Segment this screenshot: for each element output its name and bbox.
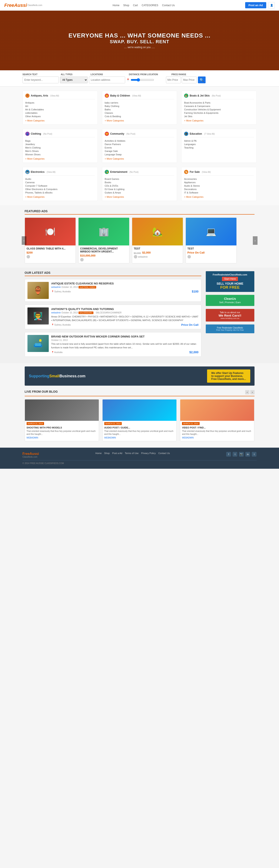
- sidebar-banner-cars[interactable]: Talk to us about our We Rent Cars!! www.…: [206, 309, 254, 322]
- nav-categories[interactable]: CATEGORIES: [142, 4, 158, 7]
- cat-electronics-more[interactable]: + More Categories: [25, 195, 95, 198]
- facebook-icon[interactable]: f: [226, 452, 231, 457]
- cat-item[interactable]: Baby Clothing: [105, 105, 119, 107]
- cat-item[interactable]: Caravans & Campervans: [184, 105, 210, 107]
- cat-item[interactable]: Appliances: [184, 181, 196, 184]
- nav-contact[interactable]: Contact Us: [162, 4, 175, 7]
- search-max-price[interactable]: [182, 76, 197, 83]
- sidebar-banner-clean[interactable]: CleanUs Sell | Promote | Earn: [206, 294, 254, 306]
- cat-item[interactable]: Activities & Hobbies: [105, 140, 125, 142]
- cat-item[interactable]: Garage Sale: [105, 150, 118, 152]
- cat-item[interactable]: Women Shoes: [25, 153, 41, 156]
- footer-link[interactable]: Privacy Policy: [141, 452, 155, 455]
- featured-card[interactable]: 🏡 TEST $3,000 $2,000 webadmin: [132, 218, 183, 264]
- instagram-icon[interactable]: 📷: [239, 452, 244, 457]
- blog-title: LIVE FROM OUR BLOG: [25, 390, 58, 395]
- search-min-price[interactable]: [166, 76, 181, 83]
- blog-read-more-link[interactable]: WEBADMIN: [104, 437, 175, 439]
- cat-item[interactable]: Guitars & Amps: [105, 191, 121, 194]
- footer-link[interactable]: Post a Ad: [112, 452, 122, 455]
- blog-read-more-link[interactable]: WEBADMIN: [182, 437, 252, 439]
- footer-link[interactable]: Contact Us: [158, 452, 170, 455]
- hero-content: EVERYONE HAS ... WHAT SOMEONE NEEDS ... …: [69, 32, 211, 49]
- sidebar-banner-free[interactable]: FreeRealestateClassifieds.com Start Here…: [206, 271, 254, 292]
- linkedin-icon[interactable]: in: [245, 452, 250, 457]
- footer-link[interactable]: Home: [95, 452, 102, 455]
- cat-item[interactable]: IT & Software: [184, 191, 198, 194]
- cat-item[interactable]: Art: [25, 105, 28, 107]
- cat-item[interactable]: Bags: [25, 140, 31, 142]
- blog-read-more-link[interactable]: WEBADMIN: [27, 437, 97, 439]
- cat-item[interactable]: Baths: [105, 108, 111, 111]
- cat-item[interactable]: Books: [105, 181, 111, 184]
- user-icon[interactable]: 👤: [268, 2, 275, 8]
- footer-link[interactable]: Shop: [104, 452, 110, 455]
- cat-item[interactable]: Computer 7 Software: [25, 185, 47, 187]
- cat-item[interactable]: Other Electronics & Computers: [25, 188, 58, 190]
- featured-card[interactable]: 🍽️ GLASS DINING TABLE WITH 4... $200: [25, 218, 76, 264]
- cat-item[interactable]: Other Antiques: [25, 115, 41, 118]
- ad-price-call: Price On Call: [181, 323, 199, 327]
- twitter-icon[interactable]: t: [233, 452, 237, 457]
- search-distance-slider[interactable]: [131, 78, 154, 82]
- cat-item[interactable]: Cameras: [25, 181, 35, 184]
- ad-user-link[interactable]: webadmin: [51, 286, 61, 288]
- search-location-input[interactable]: [89, 76, 125, 83]
- nav-cart[interactable]: Cart: [133, 4, 138, 7]
- cat-clothing-more[interactable]: + More Categories: [25, 157, 95, 160]
- featured-card[interactable]: 🏢 COMMERCIAL DEVELOPMENT MIRBOO NORTH UR…: [78, 218, 129, 264]
- cat-item[interactable]: Language Swap: [105, 153, 122, 156]
- cat-item[interactable]: Jet Skis: [184, 115, 193, 118]
- cat-item[interactable]: Antiques: [25, 101, 34, 104]
- cat-item[interactable]: Farming Vechicles & Equipments: [184, 112, 218, 114]
- cat-item[interactable]: Teaching: [184, 146, 194, 149]
- cat-community-more[interactable]: + More Categories: [105, 157, 174, 160]
- tumblr-icon[interactable]: t: [252, 452, 256, 457]
- cat-item[interactable]: Events: [105, 146, 112, 149]
- slider-prev-button[interactable]: ‹: [22, 236, 26, 245]
- footer-link[interactable]: Terms of Use: [125, 452, 139, 455]
- cat-boats-more[interactable]: + More Categories: [184, 119, 254, 122]
- cat-item[interactable]: Construction Vehicles & Equipment: [184, 108, 221, 111]
- search-button[interactable]: 🔍: [198, 76, 206, 83]
- category-electronics: 💻 Electronics (View All) Audio Cameras C…: [23, 167, 98, 201]
- cat-item[interactable]: baby carriers: [105, 101, 118, 104]
- cat-item[interactable]: Audio: [25, 178, 31, 180]
- search-type-select[interactable]: All Types: [60, 76, 88, 83]
- post-ad-button[interactable]: Post an Ad: [245, 2, 266, 8]
- cat-item[interactable]: CDs & DVDs: [105, 185, 118, 187]
- cat-item[interactable]: Dance Partners: [105, 143, 121, 146]
- cat-item[interactable]: collectables: [25, 112, 37, 114]
- cat-forsale-more[interactable]: + More Categories: [184, 195, 254, 198]
- cat-item[interactable]: Board Games: [105, 178, 119, 180]
- cat-item[interactable]: Admin & PA: [184, 140, 197, 142]
- cat-item[interactable]: Cots & Bedding: [105, 115, 121, 118]
- clean-tagline: Sell | Promote | Earn: [219, 301, 241, 304]
- cat-item[interactable]: Jewellery: [25, 143, 35, 146]
- featured-card[interactable]: 💻 TEST Price On Call: [185, 218, 237, 264]
- cat-baby-more[interactable]: + More Categories: [105, 119, 174, 122]
- cat-item[interactable]: Men's Clothing: [25, 146, 41, 149]
- cat-item[interactable]: Decorations: [184, 188, 197, 190]
- cat-item[interactable]: Boat Accessories & Parts: [184, 101, 210, 104]
- cat-item[interactable]: Men's Shoes: [25, 150, 39, 152]
- featured-card-old-price: $3,000: [134, 252, 141, 254]
- cat-item[interactable]: DJ Gear & Lighting: [105, 188, 125, 190]
- slider-next-button[interactable]: ›: [253, 236, 257, 245]
- blog-prev-button[interactable]: ‹: [245, 390, 249, 394]
- nav-home[interactable]: Home: [113, 4, 119, 7]
- cat-item[interactable]: Audio & Stereo: [184, 185, 200, 187]
- cat-item[interactable]: Classes: [105, 112, 113, 114]
- cat-item[interactable]: Languages: [184, 143, 196, 146]
- cat-item[interactable]: Phones, Tablets & eBooks: [25, 191, 53, 194]
- cat-item[interactable]: Art & Collectables: [25, 108, 44, 111]
- ad-user-link[interactable]: webadmin: [51, 311, 61, 314]
- search-keyword-input[interactable]: [23, 76, 59, 83]
- cat-antiques-more[interactable]: + More Categories: [25, 119, 95, 122]
- cat-entertainment-more[interactable]: + More Categories: [105, 195, 174, 198]
- sidebar-banner-property[interactable]: Free Realestate Classifieds Post Your Pr…: [206, 324, 254, 334]
- electronics-icon: 💻: [25, 170, 30, 174]
- nav-shop[interactable]: Shop: [123, 4, 129, 7]
- blog-next-button[interactable]: ›: [250, 390, 254, 394]
- cat-item[interactable]: Accessories: [184, 178, 197, 180]
